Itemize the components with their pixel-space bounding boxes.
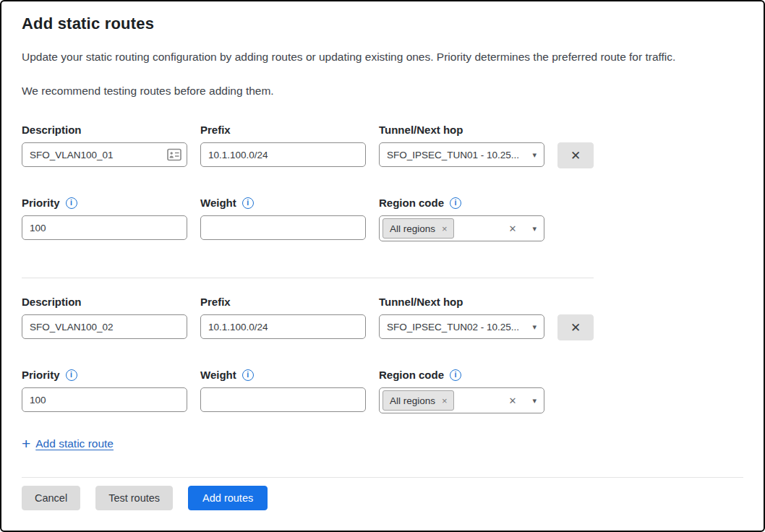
region-chip-label: All regions [390, 223, 435, 234]
remove-route-button[interactable]: ✕ [557, 142, 594, 168]
remove-route-button[interactable]: ✕ [557, 314, 594, 340]
info-icon[interactable]: i [242, 197, 254, 209]
region-code-label: Region code i [379, 369, 544, 381]
add-static-route-label: Add static route [35, 437, 114, 450]
add-static-route-link[interactable]: + Add static route [22, 436, 114, 451]
tunnel-select[interactable]: SFO_IPSEC_TUN01 - 10.25... ▾ [379, 142, 544, 167]
weight-field-wrap [200, 215, 366, 241]
route-block-2: Description Prefix Tunnel/Next hop SFO_I… [22, 296, 742, 413]
chevron-down-icon: ▾ [532, 150, 537, 160]
chip-remove-icon[interactable]: × [442, 224, 448, 233]
region-code-label: Region code i [379, 197, 544, 209]
intro-text: Update your static routing configuration… [22, 51, 742, 64]
route-divider [22, 278, 594, 278]
region-code-select[interactable]: All regions × ✕ ▾ [379, 387, 544, 413]
route-block-1: Description Prefix Tunnel/Next hop [22, 124, 742, 241]
info-icon[interactable]: i [66, 197, 77, 209]
priority-label: Priority i [22, 197, 187, 209]
chevron-down-icon: ▾ [532, 322, 537, 332]
region-chip: All regions × [382, 218, 454, 239]
weight-label: Weight i [200, 197, 366, 209]
priority-field-wrap [22, 215, 187, 241]
region-chip: All regions × [382, 390, 454, 411]
description-label: Description [22, 296, 187, 308]
tunnel-label: Tunnel/Next hop [379, 296, 544, 308]
test-routes-button[interactable]: Test routes [95, 486, 173, 510]
chip-remove-icon[interactable]: × [442, 396, 448, 406]
prefix-label: Prefix [200, 296, 366, 308]
prefix-input[interactable] [200, 314, 366, 339]
recommendation-text: We recommend testing routes before addin… [22, 85, 742, 98]
plus-icon: + [22, 436, 30, 451]
prefix-label: Prefix [200, 124, 366, 136]
description-input[interactable] [22, 314, 187, 339]
add-routes-button[interactable]: Add routes [188, 486, 268, 510]
chevron-down-icon: ▾ [532, 396, 537, 406]
autofill-contact-icon [167, 148, 181, 161]
priority-input[interactable] [22, 215, 187, 240]
weight-label: Weight i [200, 369, 366, 381]
priority-label: Priority i [22, 369, 187, 381]
description-label: Description [22, 124, 187, 136]
prefix-field-wrap [200, 142, 366, 168]
page-title: Add static routes [22, 14, 742, 33]
tunnel-select-value: SFO_IPSEC_TUN02 - 10.25... [387, 322, 528, 332]
region-chip-label: All regions [390, 395, 435, 406]
chevron-down-icon: ▾ [532, 224, 537, 233]
info-icon[interactable]: i [450, 197, 461, 209]
tunnel-select[interactable]: SFO_IPSEC_TUN02 - 10.25... ▾ [379, 314, 544, 339]
footer-actions: Cancel Test routes Add routes [22, 486, 742, 510]
weight-input[interactable] [200, 215, 366, 240]
tunnel-select-value: SFO_IPSEC_TUN01 - 10.25... [387, 150, 528, 160]
clear-selection-icon[interactable]: ✕ [509, 395, 517, 406]
description-input[interactable] [22, 142, 187, 167]
info-icon[interactable]: i [242, 369, 254, 381]
region-code-select[interactable]: All regions × ✕ ▾ [379, 215, 544, 241]
routes-form: Description Prefix Tunnel/Next hop [22, 124, 742, 451]
footer-divider [22, 477, 743, 478]
priority-field-wrap [22, 387, 187, 413]
weight-input[interactable] [200, 387, 366, 412]
info-icon[interactable]: i [66, 369, 77, 381]
priority-input[interactable] [22, 387, 187, 412]
prefix-field-wrap [200, 314, 366, 340]
clear-selection-icon[interactable]: ✕ [509, 223, 517, 234]
weight-field-wrap [200, 387, 366, 413]
cancel-button[interactable]: Cancel [22, 486, 80, 510]
description-field-wrap [22, 142, 187, 168]
info-icon[interactable]: i [450, 369, 461, 381]
prefix-input[interactable] [200, 142, 366, 167]
add-static-routes-dialog: Add static routes Update your static rou… [0, 0, 765, 532]
description-field-wrap [22, 314, 187, 340]
tunnel-label: Tunnel/Next hop [379, 124, 544, 136]
